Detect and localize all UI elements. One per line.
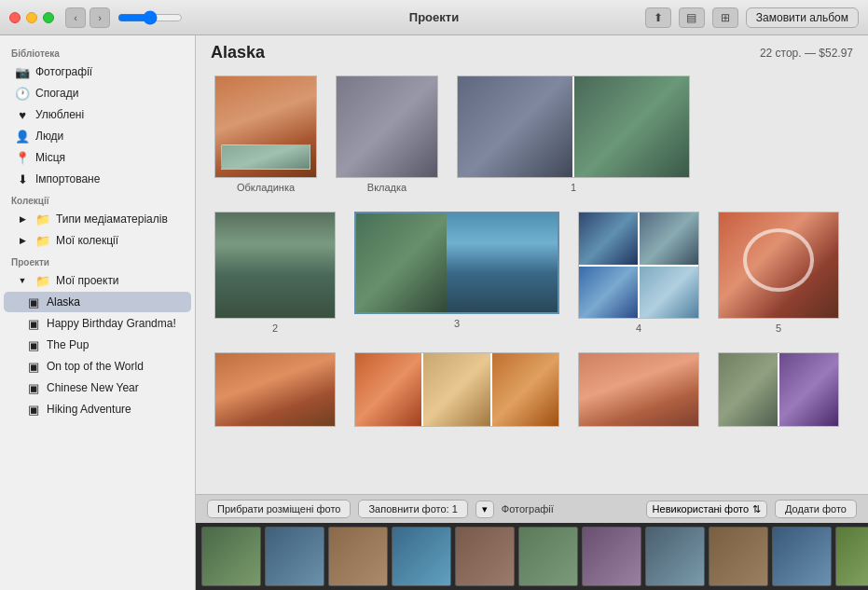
page-thumb-3[interactable] (354, 212, 559, 314)
sidebar-toggle-icon[interactable]: ▤ (679, 7, 705, 28)
sidebar-item-places-label: Місця (35, 151, 65, 164)
sidebar-item-media-types[interactable]: ▶ 📁 Типи медіаматеріалів (4, 209, 191, 229)
sort-icon: ⇅ (752, 503, 761, 515)
people-icon: 👤 (15, 129, 30, 144)
sidebar-item-alaska[interactable]: ▣ Alaska (4, 292, 191, 312)
share-icon[interactable]: ⬆ (645, 7, 671, 28)
page-insert[interactable]: Вкладка (336, 75, 438, 193)
sidebar-item-memories[interactable]: 🕐 Спогади (4, 83, 191, 103)
filmstrip-thumb-10[interactable] (772, 527, 832, 586)
page-1[interactable]: 1 (457, 75, 690, 193)
page-thumb-6[interactable] (214, 352, 336, 427)
page-8[interactable] (578, 352, 699, 427)
filmstrip-thumb-3[interactable] (328, 527, 388, 586)
page-thumb-7[interactable] (354, 352, 559, 427)
page-thumb-4[interactable] (578, 212, 699, 319)
page-4-content (579, 213, 698, 318)
favorites-icon: ♥ (15, 107, 30, 122)
memories-icon: 🕐 (15, 86, 30, 101)
page-thumb-cover[interactable] (214, 75, 317, 178)
sidebar-item-media-types-label: Типи медіаматеріалів (56, 213, 168, 226)
chevron-down-icon: ▾ (482, 503, 488, 515)
filmstrip-thumb-7[interactable] (582, 527, 641, 586)
forward-button[interactable]: › (90, 7, 110, 28)
page-thumb-1[interactable] (457, 75, 690, 178)
page-2[interactable]: 2 (214, 212, 336, 334)
remove-photos-button[interactable]: Прибрати розміщені фото (207, 500, 351, 518)
photos-label: Фотографії (502, 503, 554, 515)
filmstrip-thumb-8[interactable] (645, 527, 705, 586)
sidebar-item-alaska-label: Alaska (47, 295, 80, 309)
page-7-content (355, 353, 558, 426)
view-toggle-icon[interactable]: ⊞ (712, 7, 738, 28)
page-cover[interactable]: Обкладинка (214, 75, 317, 193)
close-button[interactable] (9, 12, 21, 23)
album-header: Alaska 22 стор. — $52.97 (196, 35, 868, 66)
page-6[interactable] (214, 352, 336, 427)
page-7[interactable] (354, 352, 559, 427)
filmstrip (196, 523, 868, 590)
fill-dropdown[interactable]: ▾ (475, 501, 494, 518)
sidebar-item-people-label: Люди (35, 130, 63, 143)
back-button[interactable]: ‹ (65, 7, 86, 28)
filmstrip-thumb-5[interactable] (455, 527, 515, 586)
page-thumb-5[interactable] (718, 212, 839, 319)
sidebar-item-pup[interactable]: ▣ The Pup (4, 335, 191, 355)
sidebar-item-birthday[interactable]: ▣ Happy Birthday Grandma! (4, 313, 191, 334)
order-album-button[interactable]: Замовити альбом (746, 7, 859, 28)
media-types-icon: 📁 (35, 212, 50, 226)
page-4-label: 4 (636, 322, 641, 334)
pup-album-icon: ▣ (26, 337, 41, 352)
sidebar-item-my-collections[interactable]: ▶ 📁 Мої колекції (4, 230, 191, 251)
alaska-album-icon: ▣ (26, 295, 41, 309)
unused-photos-dropdown[interactable]: Невикористані фото ⇅ (646, 501, 767, 518)
album-info: 22 стор. — $52.97 (760, 47, 853, 60)
insert-content (337, 76, 437, 177)
page-9[interactable] (718, 352, 839, 427)
maximize-button[interactable] (43, 12, 54, 23)
page-thumb-2[interactable] (214, 212, 336, 319)
sidebar-item-world[interactable]: ▣ On top of the World (4, 356, 191, 377)
sidebar-item-hiking[interactable]: ▣ Hiking Adventure (4, 399, 191, 419)
sidebar-item-imported-label: Імпортоване (35, 172, 100, 185)
add-photos-button[interactable]: Додати фото (775, 500, 857, 518)
filmstrip-thumb-6[interactable] (518, 527, 578, 586)
disclosure2-icon: ▶ (15, 233, 30, 248)
filmstrip-thumb-4[interactable] (392, 527, 451, 586)
sidebar-item-memories-label: Спогади (35, 87, 78, 100)
sidebar-item-chinese[interactable]: ▣ Chinese New Year (4, 377, 191, 398)
minimize-button[interactable] (26, 12, 37, 23)
fill-photos-button[interactable]: Заповнити фото: 1 (358, 500, 467, 518)
pages-row-2: 2 3 (214, 212, 849, 334)
sidebar-item-pup-label: The Pup (47, 338, 89, 351)
filmstrip-thumb-11[interactable] (835, 527, 868, 586)
page-thumb-insert[interactable] (336, 75, 438, 178)
page-thumb-9[interactable] (718, 352, 839, 427)
filmstrip-thumb-9[interactable] (709, 527, 768, 586)
filmstrip-thumb-1[interactable] (201, 527, 261, 586)
titlebar-actions: ⬆ ▤ ⊞ Замовити альбом (645, 7, 859, 28)
zoom-range-input[interactable] (117, 10, 183, 25)
filmstrip-thumb-2[interactable] (265, 527, 324, 586)
sidebar-item-photos[interactable]: 📷 Фотографії (4, 62, 191, 82)
sidebar-item-photos-label: Фотографії (35, 65, 92, 78)
zoom-slider[interactable] (117, 10, 192, 25)
my-collections-icon: 📁 (35, 233, 50, 248)
sidebar-item-my-collections-label: Мої колекції (56, 234, 118, 247)
page-5[interactable]: 5 (718, 212, 839, 334)
hiking-album-icon: ▣ (26, 402, 41, 417)
sidebar-item-my-projects[interactable]: ▼ 📁 Мої проекти (4, 270, 191, 291)
pages-row-3 (214, 352, 849, 427)
page-5-label: 5 (776, 322, 781, 334)
page-3[interactable]: 3 (354, 212, 559, 329)
sidebar-item-chinese-label: Chinese New Year (47, 381, 139, 394)
page-thumb-8[interactable] (578, 352, 699, 427)
sidebar-item-people[interactable]: 👤 Люди (4, 126, 191, 146)
traffic-lights[interactable] (9, 12, 54, 23)
sidebar-item-imported[interactable]: ⬇ Імпортоване (4, 169, 191, 189)
sidebar-item-favorites[interactable]: ♥ Улюблені (4, 104, 191, 125)
sidebar-item-hiking-label: Hiking Adventure (47, 403, 131, 416)
page-4[interactable]: 4 (578, 212, 699, 334)
sidebar-item-places[interactable]: 📍 Місця (4, 147, 191, 168)
my-projects-disclosure-icon: ▼ (15, 273, 30, 288)
